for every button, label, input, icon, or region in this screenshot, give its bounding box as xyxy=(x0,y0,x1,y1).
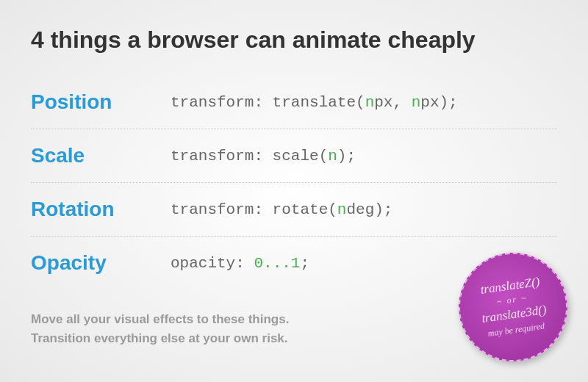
label-position: Position xyxy=(31,90,171,114)
row-position: Position transform: translate(npx, npx); xyxy=(31,76,557,129)
label-opacity: Opacity xyxy=(31,251,171,275)
property-list: Position transform: translate(npx, npx);… xyxy=(31,76,557,289)
badge-line1: translateZ() xyxy=(479,275,540,298)
row-rotation: Rotation transform: rotate(ndeg); xyxy=(31,183,557,237)
row-scale: Scale transform: scale(n); xyxy=(31,129,557,183)
label-rotation: Rotation xyxy=(31,198,171,221)
code-rotation: transform: rotate(ndeg); xyxy=(171,201,392,218)
code-position: transform: translate(npx, npx); xyxy=(171,94,458,111)
code-scale: transform: scale(n); xyxy=(171,148,356,165)
page-title: 4 things a browser can animate cheaply xyxy=(31,26,557,54)
label-scale: Scale xyxy=(31,144,171,167)
code-opacity: opacity: 0...1; xyxy=(171,255,309,272)
